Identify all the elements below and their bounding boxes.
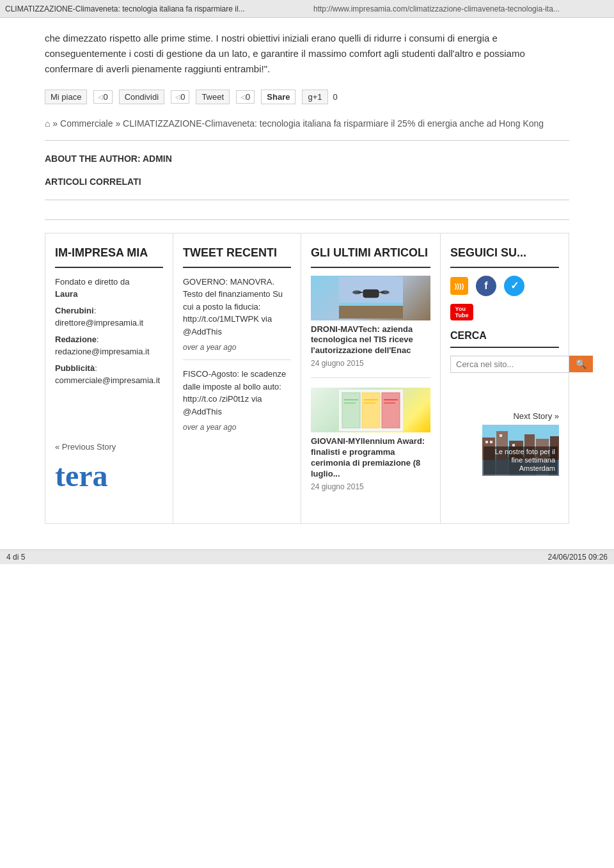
footer-impresa-cherubini: Cherubini: direttore@impresamia.it bbox=[55, 304, 163, 329]
main-content: che dimezzato rispetto alle prime stime.… bbox=[19, 18, 595, 537]
twitter-icon[interactable]: ✓ bbox=[504, 276, 524, 296]
svg-rect-14 bbox=[364, 399, 378, 400]
footer-impresa-divider bbox=[55, 267, 163, 268]
tweet-count: ◁ 0 bbox=[236, 90, 255, 104]
share-label: Share bbox=[267, 92, 290, 102]
article-item-drone: DRONI-MAVTech: azienda tecnologica nel T… bbox=[311, 276, 430, 379]
prev-story-link[interactable]: « Previous Story bbox=[55, 442, 116, 452]
article-item-giovani: GIOVANI-MYllennium Award: finalisti e pr… bbox=[311, 388, 430, 501]
cerca-divider bbox=[450, 347, 559, 348]
prev-story: « Previous Story bbox=[55, 442, 163, 452]
breadcrumb-page-title: CLIMATIZZAZIONE-Climaveneta: tecnologia … bbox=[123, 118, 544, 129]
footer-impresa-title: IM-IMPRESA MIA bbox=[55, 246, 163, 260]
article-body: che dimezzato rispetto alle prime stime.… bbox=[45, 31, 569, 77]
browser-title: CLIMATIZZAZIONE-Climaveneta: tecnologia … bbox=[5, 4, 301, 13]
about-author: ABOUT THE AUTHOR: ADMIN bbox=[45, 154, 569, 164]
svg-rect-29 bbox=[512, 444, 515, 446]
footer-grid: IM-IMPRESA MIA Fondato e diretto da Laur… bbox=[45, 233, 569, 524]
footer-col-articles: GLI ULTIMI ARTICOLI bbox=[301, 233, 441, 523]
breadcrumb-sep1: » bbox=[52, 118, 58, 129]
rss-icon[interactable]: )))) bbox=[450, 277, 468, 295]
next-story-anchor[interactable]: Next Story » bbox=[513, 411, 559, 421]
svg-rect-15 bbox=[364, 402, 375, 404]
article-thumb-drone bbox=[311, 276, 430, 320]
next-story-section: Next Story » bbox=[450, 411, 559, 476]
article-giovani-title[interactable]: GIOVANI-MYllennium Award: finalisti e pr… bbox=[311, 436, 430, 480]
condividi-label: Condividi bbox=[125, 92, 159, 102]
footer-tweets-title: TWEET RECENTI bbox=[183, 246, 291, 260]
svg-rect-28 bbox=[500, 434, 502, 437]
svg-rect-17 bbox=[384, 402, 395, 404]
tweet-2-time: over a year ago bbox=[183, 423, 291, 432]
breadcrumb: ⌂ » Commerciale » CLIMATIZZAZIONE-Climav… bbox=[45, 117, 569, 130]
condividi-button[interactable]: Condividi bbox=[119, 90, 164, 104]
tweet-button[interactable]: Tweet bbox=[196, 90, 230, 104]
search-button[interactable]: 🔍 bbox=[569, 356, 593, 372]
svg-rect-26 bbox=[485, 441, 488, 443]
gplus-button[interactable]: g+1 bbox=[302, 90, 327, 104]
tweet-divider bbox=[183, 359, 291, 360]
footer-impresa-redazione: Redazione: redazione@impresamia.it bbox=[55, 333, 163, 358]
timestamp: 24/06/2015 09:26 bbox=[548, 553, 608, 562]
article-drone-title[interactable]: DRONI-MAVTech: azienda tecnologica nel T… bbox=[311, 324, 430, 357]
browser-url: http://www.impresamia.com/climatizzazion… bbox=[313, 4, 609, 13]
browser-bar: CLIMATIZZAZIONE-Climaveneta: tecnologia … bbox=[0, 0, 614, 18]
footer-col-seguici: SEGUICI SU... )))) f ✓ bbox=[441, 233, 569, 523]
mi-piace-button[interactable]: Mi piace bbox=[45, 90, 87, 104]
article-giovani-date: 24 giugno 2015 bbox=[311, 482, 430, 491]
svg-rect-16 bbox=[384, 399, 398, 400]
footer-seguici-title: SEGUICI SU... bbox=[450, 246, 559, 260]
gplus-section: g+1 0 bbox=[302, 90, 337, 104]
home-icon[interactable]: ⌂ bbox=[45, 118, 50, 129]
breadcrumb-commerciale[interactable]: Commerciale bbox=[60, 118, 115, 129]
svg-rect-3 bbox=[363, 290, 379, 297]
mi-piace-arrow: ◁ bbox=[98, 93, 103, 100]
tweet-1-text: GOVERNO: MANOVRA. Testo del finanziament… bbox=[183, 276, 291, 338]
drone-svg bbox=[339, 277, 403, 319]
articoli-correlati: ARTICOLI CORRELATI bbox=[45, 177, 569, 187]
svg-point-6 bbox=[352, 290, 361, 294]
tera-logo: tera bbox=[55, 458, 163, 493]
tweet-2-text: FISCO-Agosto: le scadenze dalle imposte … bbox=[183, 368, 291, 418]
next-story-thumb[interactable]: Le nostre foto per il fine settimana Ams… bbox=[482, 425, 559, 476]
tweet-1-time: over a year ago bbox=[183, 343, 291, 352]
article-drone-date: 24 giugno 2015 bbox=[311, 359, 430, 368]
tweet-label: Tweet bbox=[201, 92, 224, 102]
divider-2 bbox=[45, 200, 569, 200]
page-indicator: 4 di 5 bbox=[6, 553, 25, 562]
svg-rect-12 bbox=[344, 399, 358, 400]
youtube-icon[interactable]: YouTube bbox=[450, 304, 473, 320]
footer-impresa-pubblicita: Pubblicità: commerciale@impresamia.it bbox=[55, 362, 163, 387]
gplus-count: 0 bbox=[333, 92, 338, 102]
cerca-title: CERCA bbox=[450, 330, 559, 342]
svg-point-7 bbox=[381, 290, 390, 294]
svg-rect-27 bbox=[490, 441, 492, 443]
footer-impresa-name: Laura bbox=[55, 289, 77, 299]
footer-articles-title: GLI ULTIMI ARTICOLI bbox=[311, 246, 430, 260]
breadcrumb-sep2: » bbox=[115, 118, 120, 129]
svg-rect-13 bbox=[344, 402, 356, 404]
footer-col-impresa: IM-IMPRESA MIA Fondato e diretto da Laur… bbox=[45, 233, 173, 523]
article-thumb-giovani bbox=[311, 388, 430, 432]
footer-impresa-description: Fondato e diretto da Laura bbox=[55, 276, 163, 301]
facebook-icon[interactable]: f bbox=[476, 276, 496, 296]
svg-rect-11 bbox=[382, 393, 400, 428]
condividi-count: ◁ 0 bbox=[171, 90, 189, 104]
footer-section: IM-IMPRESA MIA Fondato e diretto da Laur… bbox=[45, 219, 569, 524]
condividi-arrow: ◁ bbox=[175, 93, 180, 100]
search-box: 🔍 bbox=[450, 356, 559, 373]
giovani-svg bbox=[339, 390, 403, 431]
social-bar: Mi piace ◁ 0 Condividi ◁ 0 Tweet ◁ 0 Sha… bbox=[45, 90, 569, 104]
next-story-link: Next Story » bbox=[450, 411, 559, 421]
svg-rect-9 bbox=[342, 393, 360, 428]
footer-tweets-divider bbox=[183, 267, 291, 268]
tweet-arrow: ◁ bbox=[240, 93, 246, 100]
search-input[interactable] bbox=[450, 356, 569, 373]
gplus-label: g+1 bbox=[308, 92, 322, 102]
footer-articles-divider bbox=[311, 267, 430, 268]
share-button[interactable]: Share bbox=[261, 90, 295, 104]
bottom-bar: 4 di 5 24/06/2015 09:26 bbox=[0, 549, 614, 564]
mi-piace-label: Mi piace bbox=[51, 92, 81, 102]
social-icons-row: )))) f ✓ bbox=[450, 276, 559, 296]
prev-story-section: « Previous Story tera bbox=[55, 391, 163, 493]
